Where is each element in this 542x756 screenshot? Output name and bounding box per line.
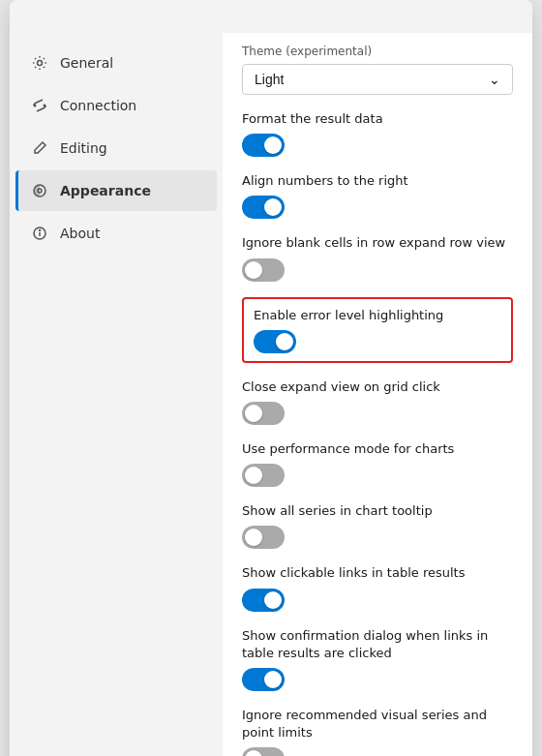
sidebar: GeneralConnectionEditingAppearanceAbout: [10, 33, 223, 756]
toggle-enable-error[interactable]: [254, 330, 501, 353]
svg-point-0: [38, 61, 43, 66]
toggle-align-numbers[interactable]: [242, 196, 513, 219]
setting-label: Close expand view on grid click: [242, 378, 513, 396]
toggle-format-result[interactable]: [242, 134, 513, 157]
settings-dialog: GeneralConnectionEditingAppearanceAbout …: [10, 0, 532, 756]
dialog-body: GeneralConnectionEditingAppearanceAbout …: [10, 33, 532, 756]
setting-enable-error: Enable error level highlighting: [242, 297, 513, 363]
sidebar-item-label: General: [60, 55, 113, 71]
svg-point-1: [34, 105, 37, 107]
toggle-clickable-links[interactable]: [242, 589, 513, 612]
dialog-header: [10, 0, 532, 33]
theme-section: Theme (experimental)Light⌄: [242, 45, 513, 95]
toggle-confirm-dialog[interactable]: [242, 668, 513, 691]
setting-ignore-blank: Ignore blank cells in row expand row vie…: [242, 234, 513, 281]
toggle-thumb: [276, 333, 293, 350]
setting-close-expand: Close expand view on grid click: [242, 378, 513, 425]
theme-label: Theme (experimental): [242, 45, 513, 58]
setting-ignore-visual: Ignore recommended visual series and poi…: [242, 707, 513, 756]
close-button[interactable]: [501, 15, 513, 23]
toggle-ignore-blank[interactable]: [242, 258, 513, 282]
theme-dropdown[interactable]: Light⌄: [242, 64, 513, 95]
setting-clickable-links: Show clickable links in table results: [242, 564, 513, 611]
setting-label: Ignore recommended visual series and poi…: [242, 707, 513, 741]
setting-label: Show all series in chart tooltip: [242, 502, 513, 520]
toggle-show-series[interactable]: [242, 526, 513, 549]
setting-format-result: Format the result data: [242, 110, 513, 157]
theme-value: Light: [255, 72, 284, 87]
setting-align-numbers: Align numbers to the right: [242, 172, 513, 219]
sidebar-item-appearance[interactable]: Appearance: [15, 170, 217, 211]
appearance-icon: [31, 182, 48, 199]
info-icon: [31, 225, 48, 242]
toggle-thumb: [245, 467, 262, 484]
sidebar-item-label: Editing: [60, 140, 107, 156]
toggle-ignore-visual[interactable]: [242, 747, 513, 756]
setting-label: Format the result data: [242, 110, 513, 128]
svg-point-2: [44, 105, 46, 107]
sidebar-item-about[interactable]: About: [15, 213, 217, 254]
setting-label: Enable error level highlighting: [254, 307, 501, 324]
setting-label: Align numbers to the right: [242, 172, 513, 190]
toggle-thumb: [264, 591, 282, 609]
setting-label: Show confirmation dialog when links in t…: [242, 627, 513, 662]
sidebar-item-label: Appearance: [60, 183, 151, 198]
setting-show-series: Show all series in chart tooltip: [242, 502, 513, 549]
setting-perf-mode: Use performance mode for charts: [242, 440, 513, 487]
content-area: Theme (experimental)Light⌄Format the res…: [223, 33, 532, 756]
sidebar-item-editing[interactable]: Editing: [15, 128, 217, 168]
pencil-icon: [31, 139, 48, 157]
sidebar-item-label: About: [60, 226, 100, 241]
chevron-down-icon: ⌄: [489, 72, 500, 87]
toggle-perf-mode[interactable]: [242, 464, 513, 487]
toggle-thumb: [245, 405, 262, 422]
toggle-thumb: [264, 671, 282, 688]
setting-label: Show clickable links in table results: [242, 564, 513, 582]
setting-confirm-dialog: Show confirmation dialog when links in t…: [242, 627, 513, 691]
setting-label: Ignore blank cells in row expand row vie…: [242, 234, 513, 252]
sidebar-item-connection[interactable]: Connection: [15, 85, 217, 126]
sidebar-item-label: Connection: [60, 98, 136, 113]
gear-icon: [31, 54, 48, 72]
setting-label: Use performance mode for charts: [242, 440, 513, 458]
toggle-thumb: [245, 261, 262, 279]
sidebar-item-general[interactable]: General: [15, 43, 217, 83]
toggle-close-expand[interactable]: [242, 402, 513, 425]
svg-point-7: [40, 230, 41, 231]
connection-icon: [31, 97, 48, 114]
